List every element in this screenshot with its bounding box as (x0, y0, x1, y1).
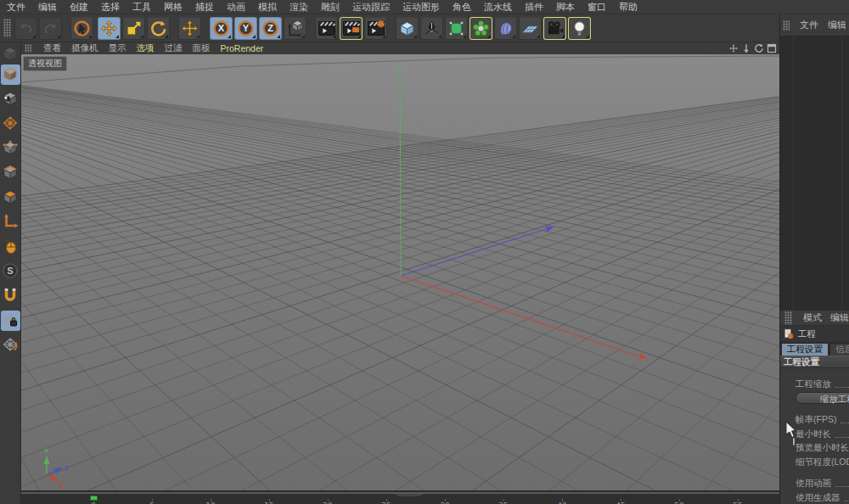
tool-redo[interactable] (39, 17, 62, 40)
snap-s-icon: S (2, 262, 20, 280)
tool-undo[interactable] (14, 17, 37, 40)
cube-edges-icon (2, 164, 20, 182)
attribute-manager-grip[interactable] (784, 311, 792, 326)
menu-item-mesh[interactable]: 网格 (164, 1, 183, 14)
tool-add-mograph[interactable] (469, 17, 492, 40)
mode-enable-snap[interactable]: S (1, 261, 20, 282)
viewport-menu-filter[interactable]: 过滤 (165, 42, 183, 54)
menu-item-motion-tracker[interactable]: 运动跟踪 (352, 1, 390, 14)
mode-toolbar: S (0, 42, 21, 504)
viewport-menu-display[interactable]: 显示 (109, 42, 127, 54)
tool-add-cube[interactable] (396, 17, 419, 40)
coords-icon (286, 20, 304, 37)
menu-item-window[interactable]: 窗口 (588, 1, 606, 14)
tool-axis-z[interactable]: Z (259, 17, 282, 40)
viewport-menu-grip[interactable] (25, 44, 31, 53)
tab-project-settings[interactable]: 工程设置 (781, 343, 829, 356)
om-menu-edit[interactable]: 编辑 (828, 19, 846, 31)
menu-item-edit[interactable]: 编辑 (38, 1, 57, 14)
menu-item-tools[interactable]: 工具 (132, 1, 151, 14)
ctl-pan-icon (728, 43, 739, 53)
tool-add-deformer[interactable] (494, 17, 517, 40)
mode-texture-mode[interactable] (1, 89, 20, 109)
attribute-section-header: 工程设置 (780, 356, 849, 368)
menu-item-sculpt[interactable]: 雕刻 (321, 1, 340, 14)
tool-add-subdivision[interactable] (445, 17, 468, 40)
attr-row-label: 工程缩放 (796, 378, 831, 390)
tool-add-spline[interactable] (420, 17, 443, 40)
move-icon (181, 20, 199, 37)
menu-item-snap[interactable]: 捕捉 (195, 1, 214, 14)
tool-render-picture-viewer[interactable] (340, 17, 363, 40)
axis-icon: X (212, 20, 230, 37)
mode-workplane-mode[interactable] (1, 114, 20, 134)
tool-live-selection[interactable] (70, 17, 93, 40)
attribute-tabs: 工程设置信息 (780, 342, 849, 356)
tab-info[interactable]: 信息 (829, 343, 849, 356)
object-manager-list[interactable] (780, 36, 849, 311)
viewport-canvas[interactable]: 透视视图 Y Z X (21, 54, 779, 492)
cube-model-icon (2, 65, 20, 83)
timeline-ruler[interactable]: 0510152025303540455055 (21, 492, 779, 504)
menu-item-help[interactable]: 帮助 (619, 1, 638, 14)
mode-model-mode[interactable] (1, 64, 20, 85)
mode-polygons-mode[interactable] (1, 188, 20, 208)
menu-item-mograph[interactable]: 运动图形 (402, 1, 440, 14)
timeline-preview-handle[interactable] (395, 494, 424, 496)
mode-lock-workplane[interactable] (1, 311, 20, 331)
viewport-ctl-dolly[interactable] (741, 43, 751, 53)
cube-texture-icon (2, 90, 20, 108)
tool-axis-y[interactable]: Y (234, 17, 257, 40)
viewport-menu-prorender[interactable]: ProRender (221, 43, 264, 53)
tool-add-camera[interactable] (543, 17, 566, 40)
viewport-ctl-pan[interactable] (728, 43, 739, 53)
mode-enable-axis[interactable] (1, 212, 20, 232)
mode-magnet-tool[interactable] (1, 286, 20, 306)
menu-item-animate[interactable]: 动画 (227, 1, 245, 14)
viewport-controls (728, 43, 777, 53)
floor-icon (521, 20, 539, 37)
object-manager-divider (793, 36, 794, 311)
am-menu-mode[interactable]: 模式 (803, 311, 822, 324)
menu-item-file[interactable]: 文件 (7, 1, 25, 14)
menu-item-character[interactable]: 角色 (453, 1, 471, 14)
tool-add-light[interactable] (568, 17, 591, 40)
mode-rotate-workplane[interactable] (1, 335, 20, 356)
mode-tweak-mode[interactable] (1, 237, 20, 257)
scale-project-button[interactable]: 缩放工程 (796, 392, 849, 404)
tool-render-view[interactable] (315, 17, 338, 40)
attr-row-label: 细节程度(LOD) (796, 456, 849, 468)
mouse-icon (2, 238, 20, 255)
viewport-menu-panel[interactable]: 面板 (193, 42, 211, 54)
am-menu-edit[interactable]: 编辑 (830, 311, 849, 324)
tool-coordinate-system[interactable] (284, 17, 306, 40)
viewport-menu-cameras[interactable]: 摄像机 (71, 42, 98, 54)
object-manager-grip[interactable] (783, 20, 790, 31)
menu-item-script[interactable]: 脚本 (556, 1, 575, 14)
mode-make-editable[interactable] (1, 45, 20, 60)
attr-row-minimum-length: 最小时长 (780, 426, 849, 440)
menu-item-render[interactable]: 渲染 (290, 1, 308, 14)
tool-last-tool[interactable] (178, 17, 201, 40)
menu-item-create[interactable]: 创建 (70, 1, 88, 14)
viewport-ctl-maximize[interactable] (767, 43, 777, 53)
viewport-menu-bar: 查看摄像机显示选项过滤面板ProRender (21, 42, 779, 54)
menu-item-pipeline[interactable]: 流水线 (484, 1, 512, 14)
tool-move[interactable] (98, 17, 121, 40)
deformer-icon (497, 20, 514, 37)
tool-render-settings[interactable] (364, 17, 387, 40)
tool-axis-x[interactable]: X (210, 17, 233, 40)
viewport-ctl-orbit[interactable] (754, 43, 764, 53)
tool-add-floor[interactable] (519, 17, 542, 40)
menu-item-select[interactable]: 选择 (101, 1, 120, 14)
menu-item-plugins[interactable]: 插件 (525, 1, 543, 14)
mode-points-mode[interactable] (1, 138, 20, 159)
viewport-menu-options[interactable]: 选项 (137, 42, 155, 54)
viewport-menu-view[interactable]: 查看 (43, 42, 61, 54)
toolbar-grip[interactable] (3, 19, 11, 37)
tool-rotate[interactable] (147, 17, 170, 40)
menu-item-simulate[interactable]: 模拟 (258, 1, 277, 14)
tool-scale[interactable] (122, 17, 145, 40)
mode-edges-mode[interactable] (1, 163, 20, 183)
om-menu-file[interactable]: 文件 (800, 19, 818, 31)
